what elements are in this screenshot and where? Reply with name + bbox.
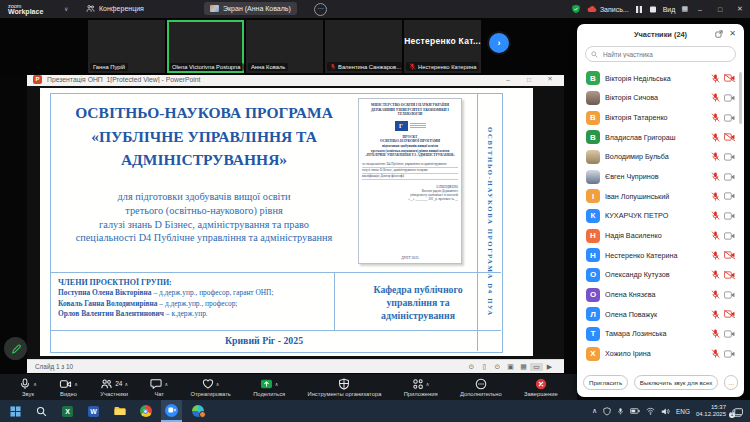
slide-sorter-icon[interactable]: ▦ xyxy=(517,363,530,371)
participant-row[interactable]: К КУХАРЧУК ПЕТРО xyxy=(577,207,744,226)
invite-button[interactable]: Пригласить xyxy=(583,375,628,390)
clock[interactable]: 15:37 04.12.2025 xyxy=(696,404,726,418)
chevron-up-icon[interactable]: ∧ xyxy=(74,381,78,387)
participant-status-icons xyxy=(711,93,735,102)
participant-row[interactable]: В Владислав Григораш xyxy=(577,128,744,147)
participant-row[interactable]: О Олександр Кутузов xyxy=(577,266,744,285)
taskbar-search-button[interactable] xyxy=(31,400,52,422)
participant-row[interactable]: Вікторія Сичова xyxy=(577,89,744,108)
security-shield-icon[interactable] xyxy=(571,4,581,14)
audio-button[interactable]: ∧ Звук xyxy=(19,377,37,397)
chevron-up-icon[interactable]: ∧ xyxy=(275,381,279,387)
video-tile[interactable]: Нестеренко Кат... Нестеренко Катерина xyxy=(404,20,481,73)
tray-expand-icon[interactable]: ∧ xyxy=(592,407,597,415)
video-tile[interactable]: Olena Victorivna Postupna xyxy=(167,20,244,73)
participant-row[interactable]: І Іван Лопушинський xyxy=(577,187,744,206)
participant-row[interactable]: В Вікторія Недільська xyxy=(577,69,744,88)
notification-count-badge: 1 xyxy=(729,412,735,418)
share-tab-more-icon[interactable]: ⋯ xyxy=(314,3,327,16)
participant-row[interactable]: Євген Чупринов xyxy=(577,167,744,186)
pause-recording-icon[interactable] xyxy=(635,5,643,14)
tray-wifi-icon[interactable] xyxy=(646,407,655,415)
next-page-videos-button[interactable]: › xyxy=(487,31,511,55)
start-button[interactable] xyxy=(5,400,26,422)
accessibility-icon[interactable]: ⊙ xyxy=(465,363,478,371)
chat-button[interactable]: ∧ Чат xyxy=(150,377,168,397)
more-options-button[interactable]: … xyxy=(724,375,738,390)
video-button[interactable]: ∧ Видео xyxy=(59,377,78,397)
participant-row[interactable]: Х Хожило Ірина xyxy=(577,344,744,363)
more-button[interactable]: Дополнительно xyxy=(460,377,502,397)
chevron-up-icon[interactable]: ∧ xyxy=(164,381,168,387)
apps-button[interactable]: ∧ Приложения xyxy=(404,377,438,397)
mute-all-button[interactable]: Выключить звук для всех xyxy=(634,375,718,390)
participant-row[interactable]: Н Нестеренко Катерина xyxy=(577,246,744,265)
reading-view-icon[interactable]: ▭ xyxy=(530,363,543,371)
notification-center-button[interactable]: 1 xyxy=(732,405,744,417)
host-tools-button[interactable]: Инструменты организатора xyxy=(308,377,382,397)
tray-mic-icon[interactable] xyxy=(617,407,624,416)
zoom-workplace-logo[interactable]: zoom Workplace xyxy=(8,3,43,16)
video-tile[interactable]: Валентина Санжаров... xyxy=(325,20,402,73)
chevron-up-icon[interactable]: ∧ xyxy=(124,381,128,387)
language-indicator[interactable]: ENG xyxy=(676,408,690,415)
taskbar-browser-button[interactable] xyxy=(187,400,208,422)
tab-screen-share[interactable]: Экран (Анна Коваль) xyxy=(204,2,297,15)
chevron-up-icon[interactable]: ∧ xyxy=(216,381,220,387)
ppt-minimize-button[interactable]: – xyxy=(500,76,516,83)
ppt-maximize-button[interactable]: □ xyxy=(521,76,537,83)
participant-row[interactable]: Н Надія Василенко xyxy=(577,226,744,245)
ppt-close-button[interactable]: ✕ xyxy=(542,75,558,83)
participant-row[interactable]: Т Тамара Лозинська xyxy=(577,325,744,344)
annotate-button[interactable] xyxy=(4,337,27,360)
tab-meeting[interactable]: Конференция xyxy=(86,4,144,13)
tray-volume-icon[interactable] xyxy=(661,407,670,416)
mic-muted-icon xyxy=(330,63,336,70)
recording-indicator[interactable]: Запись... xyxy=(587,5,629,13)
video-tile[interactable]: Анна Коваль xyxy=(246,20,323,73)
minimize-button[interactable]: – xyxy=(690,0,710,18)
participant-name: Вікторія Недільська xyxy=(605,74,706,83)
slideshow-icon[interactable]: ▶ xyxy=(543,363,556,371)
camera-off-icon xyxy=(724,251,735,259)
pop-out-icon[interactable] xyxy=(715,30,723,38)
taskbar-explorer-button[interactable] xyxy=(109,400,130,422)
notes-icon[interactable]: ▯ xyxy=(478,363,491,371)
video-tile-name: Olena Victorivna Postupna xyxy=(172,64,241,70)
close-button[interactable]: ✕ xyxy=(730,0,750,18)
taskbar-chrome-button[interactable] xyxy=(135,400,156,422)
folder-icon xyxy=(114,406,126,416)
taskbar-word-button[interactable]: W xyxy=(83,400,104,422)
view-button-label[interactable]: Вид xyxy=(663,6,676,13)
member-line: Коваль Ганна Володимирівна – д.держ.упр.… xyxy=(58,299,334,310)
search-participant-input[interactable] xyxy=(601,50,730,59)
video-tile[interactable]: Ганна Пурій xyxy=(88,20,165,73)
end-meeting-button[interactable]: Завершение xyxy=(524,377,558,397)
maximize-button[interactable]: □ xyxy=(710,0,730,18)
chevron-up-icon[interactable]: ∧ xyxy=(33,381,37,387)
participants-panel-footer: Пригласить Выключить звук для всех … xyxy=(583,375,738,390)
camera-on-icon xyxy=(724,232,735,240)
participant-row[interactable]: В Вікторія Татаренко xyxy=(577,108,744,127)
normal-view-icon[interactable]: ▣ xyxy=(504,363,517,371)
participant-name: КУХАРЧУК ПЕТРО xyxy=(605,211,706,220)
view-grid-icon[interactable]: ▦ xyxy=(681,5,688,13)
participant-row[interactable]: Володимир Бульба xyxy=(577,148,744,167)
tray-battery-icon[interactable] xyxy=(630,407,640,415)
tray-security-icon[interactable] xyxy=(603,407,611,416)
stop-recording-icon[interactable] xyxy=(649,5,657,14)
comments-icon[interactable]: ⊙ xyxy=(491,363,504,371)
reactions-button[interactable]: ∧ Отреагировать xyxy=(190,377,230,397)
share-screen-button[interactable]: ∧ Поделиться xyxy=(253,377,285,397)
slide-subtitle-line: галузі знань D Бізнес, адміністрування т… xyxy=(48,218,360,232)
participants-button[interactable]: 24 ∧ Участники xyxy=(100,377,128,397)
taskbar-zoom-button[interactable] xyxy=(161,400,182,422)
participant-row[interactable]: Л Олена Поважук xyxy=(577,305,744,324)
chevron-down-icon[interactable]: ∨ xyxy=(64,5,68,12)
close-panel-icon[interactable]: ✕ xyxy=(729,29,736,38)
taskbar-excel-button[interactable]: X xyxy=(57,400,78,422)
search-participant-box[interactable] xyxy=(585,46,736,62)
participants-scrollbar[interactable] xyxy=(739,72,742,124)
chevron-up-icon[interactable]: ∧ xyxy=(426,381,430,387)
participant-row[interactable]: О Олена Князєва xyxy=(577,285,744,304)
